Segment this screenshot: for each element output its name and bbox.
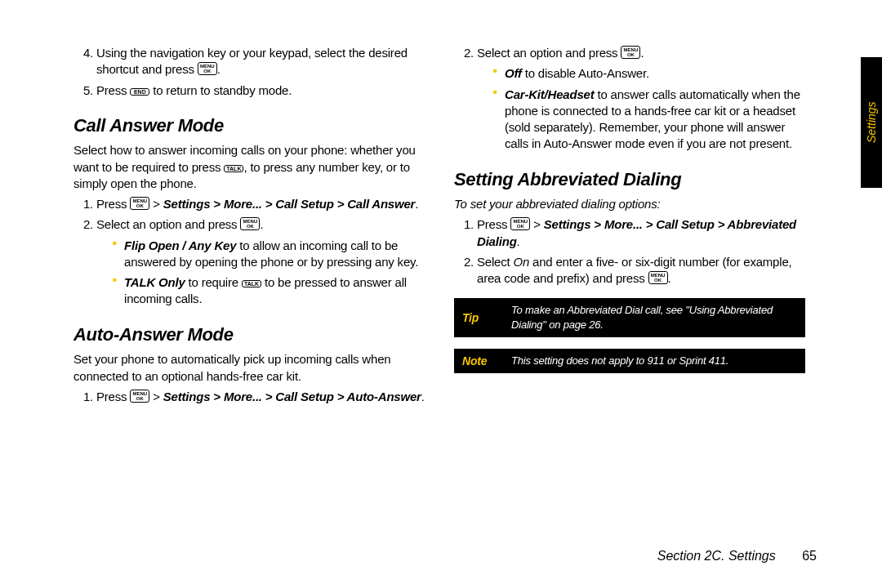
text: Select <box>477 255 513 269</box>
menu-ok-key-icon: MENUOK <box>198 62 217 75</box>
auto-answer-steps: Press MENUOK > Settings > More... > Call… <box>74 389 425 405</box>
text: Select an option and press <box>477 46 621 60</box>
text: to disable Auto-Answer. <box>522 66 649 80</box>
manual-page: Settings Using the navigation key or you… <box>0 0 882 588</box>
text: Press <box>96 390 130 403</box>
continued-steps: Using the navigation key or your keypad,… <box>74 45 425 99</box>
page-number: 65 <box>802 549 817 563</box>
text: to require <box>185 275 242 289</box>
option-list: Off to disable Auto-Answer. Car-Kit/Head… <box>477 65 805 152</box>
talk-key-icon: TALK <box>224 165 243 172</box>
option-talk-only: TALK Only to require TALK to be pressed … <box>113 274 425 308</box>
text: Using the navigation key or your keypad,… <box>96 46 408 76</box>
menu-ok-key-icon: MENUOK <box>130 390 149 403</box>
text: to return to standby mode. <box>149 83 292 97</box>
option-flip-open: Flip Open / Any Key to allow an incoming… <box>113 238 425 271</box>
end-key-icon: END <box>130 88 149 96</box>
heading-auto-answer-mode: Auto-Answer Mode <box>74 323 425 347</box>
option-carkit-headset: Car-Kit/Headset to answer calls automati… <box>493 87 805 153</box>
step-2: Select an option and press MENUOK. Off t… <box>477 45 805 153</box>
left-column: Using the navigation key or your keypad,… <box>74 41 425 409</box>
step-1: Press MENUOK > Settings > More... > Call… <box>477 216 805 250</box>
text: . <box>517 234 520 248</box>
text: Press <box>477 217 510 231</box>
talk-key-icon: TALK <box>242 280 261 287</box>
text: > <box>149 390 163 403</box>
step-1: Press MENUOK > Settings > More... > Call… <box>96 196 425 212</box>
step-2: Select an option and press MENUOK. Flip … <box>96 216 425 307</box>
text: . <box>217 62 220 76</box>
menu-ok-key-icon: MENUOK <box>240 217 260 230</box>
text: . <box>640 46 644 60</box>
text: > <box>530 217 544 231</box>
text: Press <box>96 83 130 97</box>
note-label: Note <box>454 349 503 374</box>
text: . <box>260 217 263 231</box>
tip-box: Tip To make an Abbreviated Dial call, se… <box>454 298 805 336</box>
right-column: Select an option and press MENUOK. Off t… <box>454 41 805 409</box>
text: . <box>421 390 425 403</box>
side-tab-settings: Settings <box>861 57 882 188</box>
text: . <box>415 197 418 211</box>
step-4: Using the navigation key or your keypad,… <box>96 45 425 78</box>
note-body: This setting does not apply to 911 or Sp… <box>503 349 805 374</box>
paragraph: Select how to answer incoming calls on y… <box>74 142 425 192</box>
text: . <box>668 271 671 285</box>
step-1: Press MENUOK > Settings > More... > Call… <box>96 389 425 405</box>
tip-label: Tip <box>454 298 503 336</box>
auto-answer-steps-cont: Select an option and press MENUOK. Off t… <box>454 45 805 153</box>
text: > <box>149 197 163 211</box>
option-on: On <box>513 255 529 269</box>
heading-call-answer-mode: Call Answer Mode <box>74 114 425 138</box>
menu-ok-key-icon: MENUOK <box>648 271 668 284</box>
option-off: Off to disable Auto-Answer. <box>493 65 805 82</box>
heading-abbreviated-dialing: Setting Abbreviated Dialing <box>454 167 805 192</box>
menu-path: Settings > More... > Call Setup > Call A… <box>163 197 415 211</box>
step-5: Press END to return to standby mode. <box>96 82 425 99</box>
menu-ok-key-icon: MENUOK <box>130 197 149 210</box>
two-column-layout: Using the navigation key or your keypad,… <box>74 41 825 409</box>
option-name: Car-Kit/Headset <box>505 87 595 101</box>
text: Press <box>96 197 130 211</box>
abbreviated-dialing-steps: Press MENUOK > Settings > More... > Call… <box>454 216 805 287</box>
note-box: Note This setting does not apply to 911 … <box>454 349 805 374</box>
option-list: Flip Open / Any Key to allow an incoming… <box>96 238 425 308</box>
tip-body: To make an Abbreviated Dial call, see "U… <box>503 298 805 336</box>
option-name: Flip Open / Any Key <box>124 238 236 252</box>
step-2: Select On and enter a five- or six-digit… <box>477 254 805 287</box>
text: Select an option and press <box>96 217 240 231</box>
menu-ok-key-icon: MENUOK <box>510 217 530 230</box>
page-footer: Section 2C. Settings 65 <box>657 549 817 564</box>
option-name: Off <box>505 66 522 80</box>
paragraph: Set your phone to automatically pick up … <box>74 351 425 385</box>
option-name: TALK Only <box>124 275 185 289</box>
section-label: Section 2C. Settings <box>657 549 776 563</box>
menu-path: Settings > More... > Call Setup > Auto-A… <box>163 390 421 403</box>
call-answer-steps: Press MENUOK > Settings > More... > Call… <box>74 196 425 308</box>
menu-ok-key-icon: MENUOK <box>621 46 640 59</box>
sub-heading: To set your abbreviated dialing options: <box>454 196 805 212</box>
